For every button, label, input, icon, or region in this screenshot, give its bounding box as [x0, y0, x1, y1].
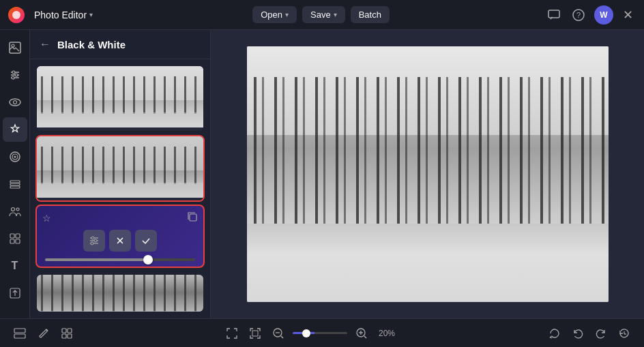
window-close-button[interactable]: ✕ [620, 5, 636, 25]
filter-thumb-bw2 [37, 136, 203, 198]
confirm-button[interactable] [135, 230, 157, 252]
svg-point-13 [13, 101, 16, 104]
avatar[interactable]: W [594, 5, 613, 25]
svg-rect-35 [14, 334, 25, 338]
sidebar-export-btn[interactable] [3, 281, 27, 305]
sidebar-text-btn[interactable]: T [3, 254, 27, 278]
svg-rect-19 [10, 186, 20, 188]
header-right: ? W ✕ [545, 5, 636, 25]
svg-rect-1 [548, 10, 559, 18]
star-button[interactable]: ☆ [42, 213, 51, 224]
canvas-snow [247, 224, 609, 302]
svg-text:?: ? [576, 11, 581, 19]
svg-rect-23 [16, 234, 20, 238]
sidebar-lens-btn[interactable] [3, 145, 27, 169]
thumb-ground-bw1 [37, 112, 203, 127]
history-button[interactable] [615, 325, 633, 342]
svg-rect-39 [68, 334, 72, 338]
tune-button[interactable] [83, 230, 105, 252]
canvas-image [247, 46, 609, 302]
filter-item-bw2[interactable]: Black & White 2 [35, 135, 205, 202]
svg-line-47 [364, 336, 366, 338]
open-button[interactable]: Open ▾ [252, 6, 297, 23]
bottom-center: 20% [83, 325, 538, 342]
undo-button[interactable] [569, 325, 587, 342]
batch-button[interactable]: Batch [351, 6, 390, 23]
svg-point-21 [16, 208, 19, 211]
expand-button[interactable] [223, 325, 241, 342]
rotate-button[interactable] [546, 325, 564, 342]
bottom-left [11, 325, 75, 342]
app-title-chevron: ▾ [89, 11, 93, 18]
sidebar-people-btn[interactable] [3, 199, 27, 224]
svg-point-31 [91, 237, 94, 239]
sidebar-adjustments-btn[interactable] [3, 63, 27, 87]
svg-point-12 [10, 99, 20, 106]
help-button[interactable]: ? [570, 6, 587, 24]
zoom-out-button[interactable] [269, 325, 287, 342]
fit-button[interactable] [246, 325, 264, 342]
thumb-trees-bw2 [37, 147, 203, 184]
action-bar-top: ☆ [42, 211, 198, 224]
svg-point-0 [12, 11, 20, 19]
svg-rect-27 [190, 214, 196, 221]
svg-point-20 [11, 208, 14, 211]
svg-rect-34 [14, 329, 25, 333]
svg-point-9 [12, 71, 15, 74]
svg-point-32 [94, 239, 97, 242]
svg-rect-18 [10, 183, 20, 185]
canvas-area [211, 30, 644, 318]
cancel-button[interactable] [109, 230, 131, 252]
filter-item-bw1[interactable]: Black & White 1 [35, 65, 205, 132]
filter-item-bw3[interactable] [35, 273, 205, 313]
sidebar-effects-btn[interactable] [3, 117, 27, 142]
svg-rect-25 [16, 239, 20, 243]
svg-rect-40 [252, 331, 258, 336]
app-title-label: Photo Editor [34, 10, 87, 20]
svg-rect-38 [62, 334, 66, 338]
thumb-trees-bw1 [37, 76, 203, 114]
thumb-ground-bw3 [37, 311, 203, 313]
svg-point-5 [12, 44, 14, 47]
filter-thumb-bw3 [37, 275, 203, 313]
svg-rect-24 [10, 239, 14, 243]
zoom-in-button[interactable] [353, 325, 370, 342]
main-area: T ← Black & White Black & White 1 [0, 30, 644, 318]
filter-intensity-slider[interactable] [45, 258, 195, 261]
svg-rect-22 [10, 234, 14, 238]
filter-panel-title: Black & White [57, 39, 126, 50]
svg-rect-37 [68, 329, 72, 333]
canvas-trees [247, 77, 609, 227]
sidebar-layers-btn[interactable] [3, 172, 27, 196]
sidebar-image-btn[interactable] [3, 35, 27, 60]
filter-label-bw2: Black & White 2 [37, 198, 203, 202]
app-logo [8, 7, 25, 23]
copy-button[interactable] [187, 211, 198, 224]
filter-panel: ← Black & White Black & White 1 [30, 30, 211, 318]
filter-label-bw1: Black & White 1 [37, 127, 203, 132]
redo-button[interactable] [592, 325, 610, 342]
zoom-label: 20% [376, 329, 398, 338]
svg-line-43 [281, 336, 283, 338]
slider-row [42, 258, 198, 261]
back-button[interactable]: ← [38, 37, 52, 52]
save-button[interactable]: Save ▾ [302, 6, 345, 23]
bottom-bar: 20% [0, 318, 644, 347]
edit-bottom-button[interactable] [35, 325, 52, 342]
layers-bottom-button[interactable] [11, 325, 29, 342]
filter-action-bar: ☆ [35, 205, 205, 268]
thumb-trees-bw3 [37, 275, 203, 312]
zoom-slider[interactable] [293, 332, 347, 334]
filter-thumb-bw1 [37, 66, 203, 127]
comment-button[interactable] [545, 7, 563, 23]
sidebar-grid-btn[interactable] [3, 226, 27, 251]
filter-header: ← Black & White [30, 30, 210, 59]
header-center: Open ▾ Save ▾ Batch [102, 6, 540, 23]
filter-list: Black & White 1 Black & White 2 ☆ [30, 59, 210, 318]
action-buttons-group [42, 230, 198, 252]
sidebar-view-btn[interactable] [3, 90, 27, 115]
grid-bottom-button[interactable] [59, 325, 75, 342]
app-title-button[interactable]: Photo Editor ▾ [30, 7, 97, 23]
thumb-ground-bw2 [37, 183, 203, 198]
svg-point-11 [12, 76, 14, 79]
